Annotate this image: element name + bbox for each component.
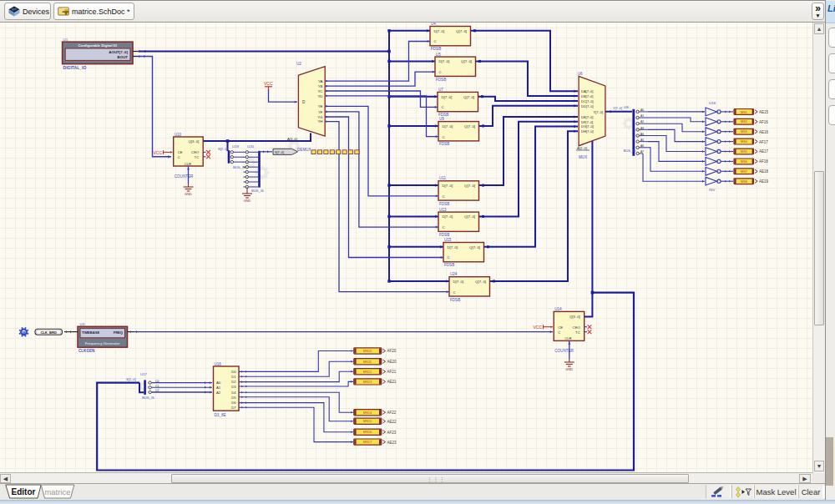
svg-text:TC: TC: [575, 330, 580, 335]
svg-text:U17: U17: [140, 372, 148, 376]
svg-text:C: C: [453, 290, 456, 295]
svg-text:YC: YC: [317, 89, 322, 93]
svg-text:D[7..0]: D[7..0]: [442, 95, 453, 99]
svg-text:FDSB: FDSB: [450, 298, 460, 302]
svg-text:BUS_IS: BUS_IS: [251, 189, 264, 193]
svg-text:FDSB: FDSB: [439, 202, 449, 206]
svg-text:GND: GND: [565, 367, 573, 371]
svg-text:S[2..0]: S[2..0]: [126, 377, 136, 381]
svg-text:A[2..0]: A[2..0]: [577, 146, 587, 150]
svg-text:A6: A6: [640, 144, 644, 148]
svg-text:YG: YG: [317, 115, 323, 119]
svg-text:U1: U1: [63, 38, 68, 42]
svg-text:D[7..0]: D[7..0]: [453, 280, 464, 284]
svg-text:CE: CE: [178, 150, 183, 154]
svg-text:Y[7..0]: Y[7..0]: [593, 110, 603, 114]
svg-text:D6: D6: [231, 401, 236, 405]
svg-text:CEO: CEO: [573, 325, 581, 330]
svg-text:MS4: MS4: [741, 139, 748, 144]
svg-text:Q[7..0]: Q[7..0]: [464, 184, 475, 188]
svg-text:C2: C2: [155, 389, 159, 392]
svg-text:U16: U16: [215, 362, 222, 366]
svg-text:Q[7..0]: Q[7..0]: [463, 95, 474, 99]
svg-text:A0: A0: [640, 108, 644, 112]
svg-text:A2: A2: [640, 120, 644, 123]
svg-text:D2: D2: [231, 380, 236, 384]
svg-text:Frequency Generator: Frequency Generator: [85, 341, 120, 345]
svg-text:C1: C1: [155, 385, 159, 388]
svg-text:BOUT: BOUT: [118, 55, 129, 59]
svg-text:FDSB: FDSB: [444, 263, 454, 267]
svg-text:D[7..0]: D[7..0]: [443, 124, 453, 129]
svg-text:CLKGEN: CLKGEN: [78, 349, 95, 353]
svg-text:D[7..0]: D[7..0]: [443, 214, 453, 219]
svg-text:MS8: MS8: [741, 179, 747, 184]
svg-text:COUNTER: COUNTER: [554, 349, 574, 353]
svg-text:YD: YD: [317, 94, 322, 98]
svg-text:A1: A1: [216, 386, 221, 390]
svg-text:DD[7..0]: DD[7..0]: [581, 104, 594, 108]
svg-text:C: C: [178, 155, 180, 159]
svg-text:FDSB: FDSB: [439, 233, 449, 237]
svg-text:U5: U5: [436, 53, 441, 57]
svg-text:MS10: MS10: [363, 349, 372, 353]
svg-text:FDSB: FDSB: [431, 47, 441, 51]
svg-text:U4: U4: [431, 23, 436, 26]
svg-text:DIGITAL_IO: DIGITAL_IO: [63, 65, 87, 70]
svg-text:U11: U11: [439, 176, 447, 180]
svg-text:A2: A2: [216, 391, 221, 395]
svg-text:Q[7..0]: Q[7..0]: [469, 245, 480, 249]
svg-text:VCC: VCC: [533, 325, 542, 330]
svg-text:MS17: MS17: [363, 440, 372, 444]
svg-text:Q[7..0]: Q[7..0]: [475, 280, 486, 284]
svg-text:YA: YA: [318, 79, 323, 83]
svg-text:AE19: AE19: [759, 179, 769, 184]
svg-text:U3: U3: [80, 322, 85, 326]
svg-text:DE[7..0]: DE[7..0]: [581, 115, 593, 119]
svg-text:MS2: MS2: [741, 119, 747, 123]
svg-text:MS7: MS7: [741, 169, 747, 174]
svg-text:DEMUX: DEMUX: [297, 148, 311, 152]
svg-text:U6: U6: [578, 72, 583, 76]
svg-text:AE22: AE22: [387, 420, 397, 424]
svg-text:AE20: AE20: [387, 360, 397, 364]
svg-text:AE18: AE18: [759, 169, 769, 174]
svg-text:AF23: AF23: [387, 431, 397, 435]
svg-text:A0: A0: [216, 381, 221, 385]
svg-text:AE16: AE16: [759, 130, 769, 134]
svg-text:AE17: AE17: [759, 149, 769, 154]
svg-text:Y[7..0]: Y[7..0]: [613, 107, 622, 110]
svg-text:Q[7..0]: Q[7..0]: [456, 29, 467, 33]
svg-text:AF22: AF22: [387, 411, 397, 415]
svg-text:CEO: CEO: [191, 150, 200, 154]
svg-text:DC[7..0]: DC[7..0]: [581, 99, 594, 103]
svg-text:DA[7..0]: DA[7..0]: [581, 89, 593, 93]
svg-text:D0: D0: [231, 370, 236, 374]
svg-text:Editor: Editor: [12, 487, 36, 496]
svg-text:BUS_IS: BUS_IS: [142, 396, 154, 400]
svg-text:GND: GND: [244, 199, 251, 203]
svg-text:D7: D7: [231, 406, 236, 410]
svg-text:D[7..0]: D[7..0]: [434, 29, 445, 33]
svg-text:A5: A5: [640, 139, 644, 142]
svg-text:COUNTER: COUNTER: [175, 174, 194, 179]
svg-text:AF20: AF20: [387, 349, 397, 353]
svg-text:MS3: MS3: [741, 129, 747, 134]
svg-text:C: C: [443, 225, 445, 229]
svg-text:AE23: AE23: [387, 441, 397, 445]
svg-text:MS11: MS11: [363, 360, 372, 364]
svg-text:Configurable Digital IO: Configurable Digital IO: [78, 43, 118, 48]
svg-text:C0: C0: [155, 380, 159, 383]
svg-text:CE: CE: [558, 325, 563, 330]
svg-text:CLK_BRD: CLK_BRD: [40, 330, 57, 335]
svg-text:A4: A4: [640, 133, 644, 136]
svg-text:U7: U7: [438, 88, 443, 92]
svg-text:DG[7..0]: DG[7..0]: [581, 124, 594, 129]
svg-text:D4: D4: [231, 391, 236, 395]
svg-text:U10: U10: [175, 133, 182, 137]
svg-text:FREQ: FREQ: [114, 330, 124, 335]
svg-text:AF18: AF18: [759, 159, 768, 164]
svg-text:A1: A1: [640, 114, 644, 118]
svg-text:DB[7..0]: DB[7..0]: [581, 94, 593, 98]
svg-text:CLR: CLR: [185, 162, 191, 166]
